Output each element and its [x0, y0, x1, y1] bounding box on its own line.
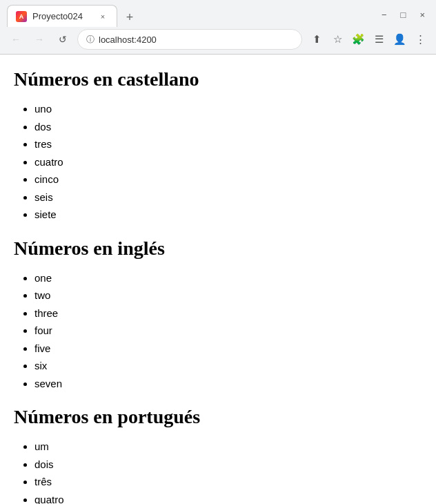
- page-content: Números en castellanounodostrescuatrocin…: [0, 55, 436, 504]
- list-item: four: [34, 322, 422, 340]
- list-item: seven: [34, 375, 422, 393]
- list-item: three: [34, 304, 422, 322]
- lock-icon: ⓘ: [86, 34, 95, 46]
- section-1: Números en inglésonetwothreefourfivesixs…: [14, 238, 422, 393]
- address-bar[interactable]: ⓘ localhost:4200: [77, 29, 302, 50]
- toolbar-icons: ⬆ ☆ 🧩 ☰ 👤 ⋮: [308, 30, 429, 48]
- bookmark-icon[interactable]: ☆: [328, 30, 346, 48]
- new-tab-button[interactable]: +: [120, 8, 139, 27]
- tab-bar: A Proyecto024 × +: [7, 2, 139, 27]
- browser-chrome: A Proyecto024 × + − □ × ← → ↺ ⓘ localhos…: [0, 0, 436, 55]
- list-item: cuatro: [34, 153, 422, 171]
- list-item: siete: [34, 206, 422, 224]
- list-item: seis: [34, 188, 422, 206]
- reload-button[interactable]: ↺: [54, 30, 72, 48]
- sidebar-icon[interactable]: ☰: [370, 30, 388, 48]
- section-list-0: unodostrescuatrocincoseissiete: [34, 100, 422, 224]
- tab-favicon: A: [16, 11, 27, 22]
- address-bar-row: ← → ↺ ⓘ localhost:4200 ⬆ ☆ 🧩 ☰ 👤 ⋮: [0, 25, 436, 54]
- close-window-button[interactable]: ×: [415, 8, 429, 21]
- profile-icon[interactable]: 👤: [390, 30, 408, 48]
- sections-container: Números en castellanounodostrescuatrocin…: [14, 68, 422, 504]
- section-list-2: umdoistrêsquatrocincoseissete: [34, 438, 422, 504]
- extension-icon[interactable]: 🧩: [349, 30, 367, 48]
- list-item: cinco: [34, 171, 422, 188]
- list-item: tres: [34, 135, 422, 153]
- list-item: uno: [34, 100, 422, 118]
- section-heading-2: Números en portugués: [14, 406, 422, 428]
- section-heading-1: Números en inglés: [14, 238, 422, 260]
- address-text: localhost:4200: [99, 35, 157, 45]
- list-item: dois: [34, 456, 422, 474]
- list-item: dos: [34, 118, 422, 136]
- menu-icon[interactable]: ⋮: [411, 30, 429, 48]
- title-bar: A Proyecto024 × + − □ ×: [0, 0, 436, 25]
- list-item: um: [34, 438, 422, 456]
- list-item: one: [34, 269, 422, 287]
- window-controls: − □ ×: [377, 8, 429, 21]
- tab-close-button[interactable]: ×: [97, 11, 108, 22]
- section-heading-0: Números en castellano: [14, 68, 422, 90]
- maximize-button[interactable]: □: [397, 8, 410, 21]
- tab-title: Proyecto024: [32, 11, 92, 21]
- section-0: Números en castellanounodostrescuatrocin…: [14, 68, 422, 224]
- list-item: três: [34, 473, 422, 491]
- list-item: six: [34, 357, 422, 375]
- list-item: quatro: [34, 491, 422, 505]
- share-icon[interactable]: ⬆: [308, 30, 326, 48]
- section-list-1: onetwothreefourfivesixseven: [34, 269, 422, 393]
- forward-button[interactable]: →: [30, 30, 48, 48]
- list-item: five: [34, 340, 422, 358]
- section-2: Números en portuguésumdoistrêsquatrocinc…: [14, 406, 422, 504]
- list-item: two: [34, 287, 422, 304]
- active-tab[interactable]: A Proyecto024 ×: [7, 5, 117, 27]
- back-button[interactable]: ←: [7, 30, 25, 48]
- minimize-button[interactable]: −: [377, 8, 391, 21]
